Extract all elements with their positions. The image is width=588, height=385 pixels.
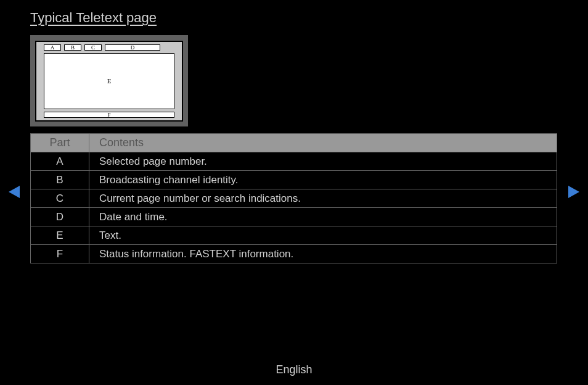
nav-prev-button[interactable] bbox=[9, 186, 20, 201]
table-row: A Selected page number. bbox=[31, 152, 557, 171]
table-header-row: Part Contents bbox=[31, 134, 557, 152]
diagram-frame: A B C D E F bbox=[35, 41, 183, 122]
table-row: D Date and time. bbox=[31, 208, 557, 226]
cell-contents: Date and time. bbox=[89, 208, 557, 226]
header-contents: Contents bbox=[89, 134, 557, 152]
parts-table: Part Contents A Selected page number. B … bbox=[30, 133, 557, 263]
cell-part: E bbox=[31, 226, 89, 245]
cell-part: D bbox=[31, 208, 89, 226]
cell-contents: Selected page number. bbox=[89, 152, 557, 171]
cell-contents: Current page number or search indication… bbox=[89, 189, 557, 208]
footer-language: English bbox=[0, 363, 588, 376]
svg-marker-0 bbox=[9, 186, 20, 198]
arrow-left-icon bbox=[9, 186, 20, 198]
arrow-right-icon bbox=[568, 186, 579, 198]
teletext-diagram: A B C D E F bbox=[30, 35, 188, 126]
cell-part: A bbox=[31, 152, 89, 171]
page-title: Typical Teletext page bbox=[30, 10, 157, 26]
cell-part: F bbox=[31, 245, 89, 263]
table-row: E Text. bbox=[31, 226, 557, 245]
table-row: C Current page number or search indicati… bbox=[31, 189, 557, 208]
diagram-box-f: F bbox=[44, 112, 174, 118]
table-row: B Broadcasting channel identity. bbox=[31, 171, 557, 189]
table-row: F Status information. FASTEXT informatio… bbox=[31, 245, 557, 263]
nav-next-button[interactable] bbox=[568, 186, 579, 201]
diagram-top-row: A B C D bbox=[44, 44, 174, 51]
header-part: Part bbox=[31, 134, 89, 152]
svg-marker-1 bbox=[568, 186, 579, 198]
diagram-box-a: A bbox=[44, 44, 61, 51]
cell-contents: Status information. FASTEXT information. bbox=[89, 245, 557, 263]
cell-part: C bbox=[31, 189, 89, 208]
cell-part: B bbox=[31, 171, 89, 189]
diagram-box-d: D bbox=[105, 44, 160, 51]
diagram-box-e: E bbox=[44, 53, 174, 109]
cell-contents: Broadcasting channel identity. bbox=[89, 171, 557, 189]
diagram-box-c: C bbox=[84, 44, 102, 51]
diagram-box-b: B bbox=[64, 44, 81, 51]
cell-contents: Text. bbox=[89, 226, 557, 245]
